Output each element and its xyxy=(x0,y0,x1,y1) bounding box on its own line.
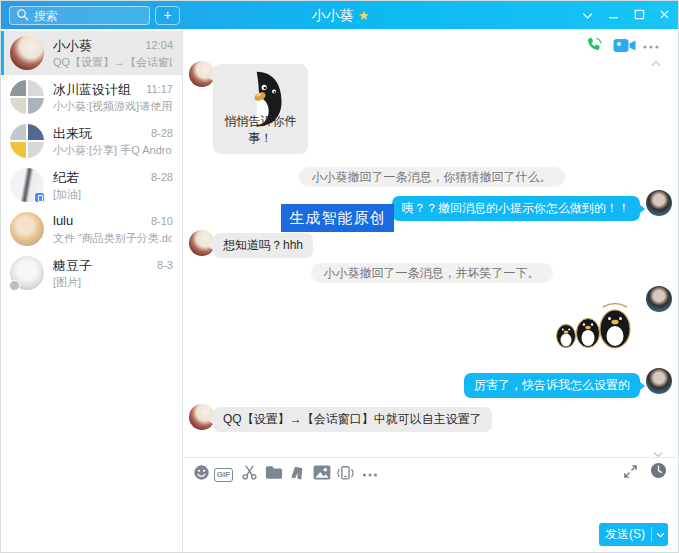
avatar xyxy=(10,168,44,202)
emoji-button[interactable] xyxy=(192,465,211,484)
contact-name: 小小葵 xyxy=(53,37,92,55)
send-file-button[interactable] xyxy=(264,465,283,484)
self-avatar[interactable] xyxy=(646,190,672,216)
search-input[interactable] xyxy=(34,9,134,23)
contact-time: 8-28 xyxy=(151,171,173,183)
contact-preview: [图片] xyxy=(53,275,172,290)
close-button[interactable] xyxy=(655,7,673,23)
contact-preview: 文件 “商品类别子分类.docx” xyxy=(53,231,172,246)
clothes-button[interactable] xyxy=(288,465,307,484)
message-input[interactable] xyxy=(191,489,672,517)
chevron-down-icon xyxy=(582,6,593,24)
outgoing-message: 咦？？撤回消息的小提示你怎么做到的！！ xyxy=(392,196,640,221)
outgoing-message: 厉害了，快告诉我怎么设置的 xyxy=(464,373,640,398)
add-contact-button[interactable]: + xyxy=(155,6,180,25)
vibrating-phone-icon xyxy=(335,464,355,486)
qq-chat-window: + 小小葵★ 小小葵 12:04 xyxy=(0,0,679,553)
voice-call-button[interactable] xyxy=(584,35,604,59)
contact-name: 纪若 xyxy=(53,169,79,187)
scissors-icon xyxy=(241,464,258,485)
avatar xyxy=(10,212,44,246)
scroll-down-button[interactable] xyxy=(653,444,663,462)
conversation-item-jiruo[interactable]: 纪若 8-28 [加油] xyxy=(1,163,182,207)
folder-icon xyxy=(265,465,283,484)
window-shake-button[interactable] xyxy=(335,465,354,484)
contact-preview: 小小葵:[分享] 手Q Android端 xyxy=(53,143,172,158)
conversation-list: 小小葵 12:04 QQ【设置】→【会话窗口】中 冰川蓝设计组 11:17 小小… xyxy=(1,29,183,552)
mobile-online-badge xyxy=(34,192,45,203)
contact-name: 出来玩 xyxy=(53,125,92,143)
contact-preview: 小小葵:[视频游戏]请使用最新版 xyxy=(53,99,172,114)
avatar xyxy=(10,36,44,70)
chat-history-button[interactable] xyxy=(649,463,668,482)
screenshot-button[interactable] xyxy=(240,465,259,484)
conversation-item-chulaiwan[interactable]: 出来玩 8-28 小小葵:[分享] 手Q Android端 xyxy=(1,119,182,163)
contact-name: lulu xyxy=(53,213,73,228)
window-menu-button[interactable] xyxy=(578,7,596,23)
title-bar: + 小小葵★ xyxy=(1,1,679,29)
incoming-message: QQ【设置】→【会话窗口】中就可以自主设置了 xyxy=(213,407,492,432)
close-icon xyxy=(659,6,670,24)
smiley-icon xyxy=(193,464,210,485)
incoming-message: 想知道吗？hhh xyxy=(213,233,313,258)
contact-time: 12:04 xyxy=(145,39,173,51)
contact-preview: QQ【设置】→【会话窗口】中 xyxy=(53,55,172,70)
conversation-item-lulu[interactable]: lulu 8-10 文件 “商品类别子分类.docx” xyxy=(1,207,182,251)
avatar xyxy=(10,256,44,290)
video-camera-icon xyxy=(613,39,636,56)
generate-smart-original-button[interactable]: 生成智能原创 xyxy=(281,204,394,232)
contact-time: 8-28 xyxy=(151,127,173,139)
expand-arrows-icon xyxy=(623,464,638,483)
minimize-icon xyxy=(608,6,619,24)
picture-icon xyxy=(313,465,331,484)
maximize-icon xyxy=(634,6,645,24)
phone-icon xyxy=(584,41,604,58)
search-icon xyxy=(16,7,29,25)
video-call-button[interactable] xyxy=(613,38,636,57)
chat-title-text: 小小葵 xyxy=(312,7,354,23)
search-box[interactable] xyxy=(9,6,150,25)
ellipsis-icon xyxy=(362,466,378,484)
send-button-label: 发送(S) xyxy=(599,526,651,543)
maximize-button[interactable] xyxy=(630,7,648,23)
expand-input-button[interactable] xyxy=(621,464,640,483)
pants-icon xyxy=(290,465,305,485)
contact-name: 糖豆子 xyxy=(53,257,92,275)
contact-time: 8-3 xyxy=(157,259,173,271)
conversation-item-xiaoxiaokui[interactable]: 小小葵 12:04 QQ【设置】→【会话窗口】中 xyxy=(1,31,182,75)
conversation-item-tangdouzi[interactable]: 糖豆子 8-3 [图片] xyxy=(1,251,182,295)
recall-notice: 小小葵撤回了一条消息，你猜猜撤回了什么。 xyxy=(299,167,565,187)
contact-preview: [加油] xyxy=(53,187,172,202)
contact-name: 冰川蓝设计组 xyxy=(53,81,131,99)
send-picture-button[interactable] xyxy=(312,465,331,484)
input-divider xyxy=(184,457,679,458)
chat-panel: 悄悄告诉你件事！ 小小葵撤回了一条消息，你猜猜撤回了什么。 咦？？撤回消息的小提… xyxy=(183,29,679,552)
gif-icon: GIF xyxy=(214,468,233,482)
scroll-up-button[interactable] xyxy=(651,53,661,71)
gif-button[interactable]: GIF xyxy=(214,465,233,484)
clock-icon xyxy=(650,462,667,483)
incoming-sticker-message: 悄悄告诉你件事！ xyxy=(213,64,308,154)
send-options-button[interactable] xyxy=(651,527,668,542)
penguin-trio-sticker xyxy=(553,299,633,353)
recall-notice: 小小葵撤回了一条消息，并坏笑了一下。 xyxy=(311,263,553,283)
contact-time: 11:17 xyxy=(146,83,173,95)
send-button[interactable]: 发送(S) xyxy=(599,523,668,546)
minimize-button[interactable] xyxy=(604,7,622,23)
conversation-item-design-group[interactable]: 冰川蓝设计组 11:17 小小葵:[视频游戏]请使用最新版 xyxy=(1,75,182,119)
self-avatar[interactable] xyxy=(646,368,672,394)
chevron-down-icon xyxy=(656,532,665,538)
self-avatar[interactable] xyxy=(646,286,672,312)
toolbar-more-button[interactable] xyxy=(360,465,379,484)
contact-time: 8-10 xyxy=(151,215,173,227)
star-badge-icon: ★ xyxy=(358,8,370,23)
away-status-badge xyxy=(9,280,20,291)
group-avatar xyxy=(10,124,44,158)
sticker-caption: 悄悄告诉你件事！ xyxy=(213,113,308,147)
group-avatar xyxy=(10,80,44,114)
